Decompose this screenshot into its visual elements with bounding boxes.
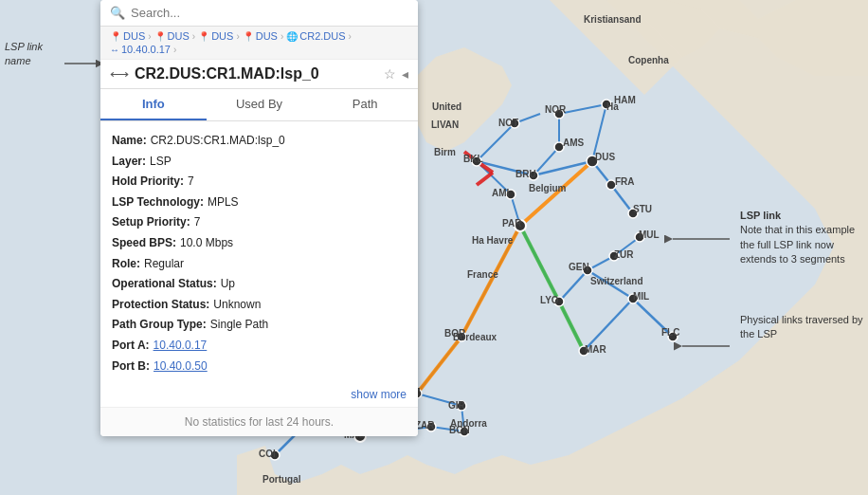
svg-point-66: [506, 190, 515, 199]
bc-label-4: DUS: [256, 30, 278, 42]
no-stats-message: No statistics for last 24 hours.: [100, 407, 418, 436]
label-name: Name:: [112, 131, 147, 152]
svg-point-67: [635, 232, 644, 242]
right-label-1-desc: Note that in this example the full LSP l…: [740, 223, 863, 266]
value-name: CR2.DUS:CR1.MAD:lsp_0: [151, 131, 285, 152]
info-row-setup-priority: Setup Priority: 7: [112, 212, 407, 233]
bc-item-4[interactable]: 📍 DUS: [243, 30, 278, 42]
bc-item-1[interactable]: 📍 DUS: [110, 30, 145, 42]
right-annotation-2: Physical links traversed by the LSP: [740, 313, 863, 342]
bc-icon-5: 🌐: [286, 31, 298, 42]
show-more-button[interactable]: show more: [100, 386, 418, 407]
value-port-a[interactable]: 10.40.0.17: [154, 336, 208, 357]
label-speed: Speed BPS:: [112, 233, 176, 254]
bc-item-6[interactable]: ↔ 10.40.0.17: [110, 44, 171, 55]
svg-point-74: [457, 401, 466, 411]
info-row-lsp-tech: LSP Technology: MPLS: [112, 192, 407, 213]
info-row-op-status: Operational Status: Up: [112, 274, 407, 295]
label-setup-priority: Setup Priority:: [112, 212, 190, 233]
right-annotation-1: LSP link Note that in this example the f…: [740, 209, 863, 267]
svg-point-54: [583, 266, 592, 275]
bc-sep-6: ›: [173, 45, 176, 55]
info-row-prot-status: Protection Status: Unknown: [112, 295, 407, 316]
info-panel: 🔍 📍 DUS › 📍 DUS › 📍 DUS › 📍 DUS › 🌐 CR2.…: [100, 0, 418, 436]
right-label-1-title: LSP link: [740, 209, 863, 223]
info-row-layer: Layer: LSP: [112, 152, 407, 173]
search-bar[interactable]: 🔍: [100, 0, 418, 27]
info-row-port-b: Port B: 10.40.0.50: [112, 357, 407, 377]
bc-item-2[interactable]: 📍 DUS: [154, 30, 190, 42]
svg-point-62: [270, 450, 280, 460]
bc-sep-2: ›: [192, 31, 195, 42]
svg-point-48: [529, 171, 538, 180]
value-role: Regular: [144, 254, 184, 275]
svg-point-69: [460, 427, 469, 436]
info-row-role: Role: Regular: [112, 254, 407, 275]
label-port-b: Port B:: [112, 357, 150, 377]
label-prot-status: Protection Status:: [112, 295, 209, 316]
info-content: Name: CR2.DUS:CR1.MAD:lsp_0 Layer: LSP H…: [100, 121, 418, 386]
info-row-speed: Speed BPS: 10.0 Mbps: [112, 233, 407, 254]
svg-point-68: [609, 251, 619, 261]
bc-icon-2: 📍: [154, 31, 166, 42]
svg-point-47: [472, 156, 481, 166]
location-button[interactable]: ◂: [402, 66, 408, 82]
svg-point-63: [554, 142, 564, 152]
svg-point-50: [606, 180, 616, 190]
svg-point-70: [426, 422, 436, 431]
svg-point-55: [628, 294, 638, 303]
value-port-b[interactable]: 10.40.0.50: [154, 357, 208, 377]
tab-info[interactable]: Info: [100, 89, 207, 120]
label-op-status: Operational Status:: [112, 274, 217, 295]
right-label-2-desc: Physical links traversed by the LSP: [740, 313, 863, 342]
svg-point-64: [554, 109, 564, 119]
breadcrumb: 📍 DUS › 📍 DUS › 📍 DUS › 📍 DUS › 🌐 CR2.DU…: [100, 27, 418, 60]
svg-point-52: [515, 220, 526, 231]
value-prot-status: Unknown: [213, 295, 261, 316]
value-path-group: Single Path: [210, 315, 268, 336]
left-label-line2: name: [5, 54, 43, 68]
bc-icon-1: 📍: [110, 31, 121, 42]
svg-point-53: [554, 297, 564, 306]
bc-label-2: DUS: [168, 30, 190, 42]
left-annotation: LSP link name: [5, 40, 43, 69]
bc-label-3: DUS: [211, 30, 233, 42]
search-input[interactable]: [131, 6, 408, 20]
svg-point-73: [510, 119, 519, 128]
info-row-name: Name: CR2.DUS:CR1.MAD:lsp_0: [112, 131, 407, 152]
bc-item-5[interactable]: 🌐 CR2.DUS: [286, 30, 345, 42]
bc-sep-5: ›: [349, 31, 352, 42]
bc-icon-6: ↔: [110, 45, 119, 55]
title-actions: ☆ ◂: [384, 66, 408, 82]
star-button[interactable]: ☆: [384, 66, 396, 82]
tab-path[interactable]: Path: [312, 89, 418, 120]
link-icon: ⟷: [110, 66, 129, 82]
info-row-port-a: Port A: 10.40.0.17: [112, 336, 407, 357]
info-row-hold-priority: Hold Priority: 7: [112, 172, 407, 192]
label-layer: Layer:: [112, 152, 146, 173]
title-bar: ⟷ CR2.DUS:CR1.MAD:lsp_0 ☆ ◂: [100, 60, 418, 89]
value-hold-priority: 7: [188, 172, 194, 192]
label-hold-priority: Hold Priority:: [112, 172, 184, 192]
value-speed: 10.0 Mbps: [180, 233, 233, 254]
label-lsp-tech: LSP Technology:: [112, 192, 204, 213]
bc-label-6: 10.40.0.17: [121, 44, 171, 55]
svg-point-57: [579, 346, 588, 356]
bc-label-5: CR2.DUS: [299, 30, 345, 42]
label-role: Role:: [112, 254, 140, 275]
tab-used-by[interactable]: Used By: [207, 89, 313, 120]
svg-point-49: [587, 156, 598, 167]
bc-label-1: DUS: [123, 30, 145, 42]
bc-sep-1: ›: [148, 31, 151, 42]
left-label-line1: LSP link: [5, 40, 43, 54]
bc-icon-4: 📍: [243, 31, 254, 42]
value-layer: LSP: [150, 152, 172, 173]
bc-item-3[interactable]: 📍 DUS: [198, 30, 233, 42]
lsp-title: CR2.DUS:CR1.MAD:lsp_0: [135, 65, 384, 82]
value-lsp-tech: MPLS: [208, 192, 239, 213]
search-icon: 🔍: [110, 6, 125, 20]
value-setup-priority: 7: [194, 212, 201, 233]
svg-point-56: [668, 332, 678, 341]
bc-icon-3: 📍: [198, 31, 209, 42]
svg-point-51: [628, 209, 638, 218]
